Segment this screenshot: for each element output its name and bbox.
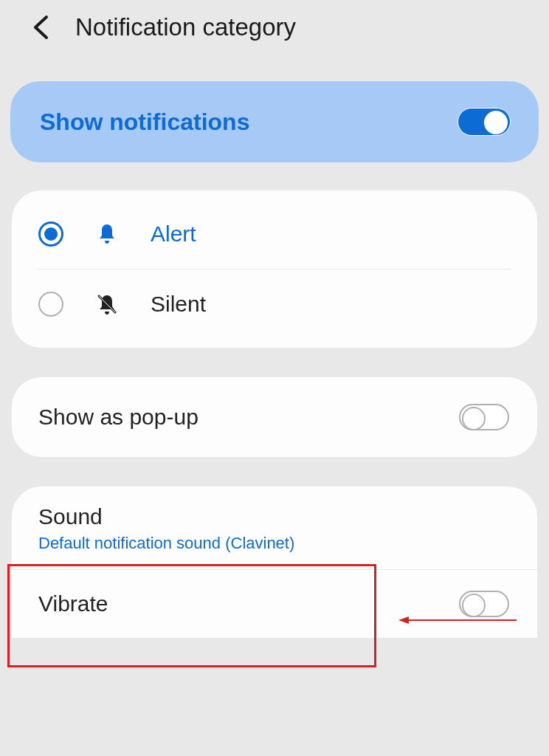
alert-mode-row[interactable]: Alert <box>12 199 537 269</box>
radio-unselected-icon <box>38 292 63 317</box>
silent-label: Silent <box>151 292 206 317</box>
silent-mode-row[interactable]: Silent <box>38 269 511 339</box>
popup-toggle[interactable] <box>459 404 509 430</box>
show-notifications-card: Show notifications <box>10 81 539 162</box>
show-notifications-toggle[interactable] <box>458 108 511 136</box>
popup-label: Show as pop-up <box>38 405 198 430</box>
alert-mode-card: Alert Silent <box>12 190 537 348</box>
bell-icon <box>96 223 118 245</box>
back-icon[interactable] <box>32 15 49 40</box>
sound-row[interactable]: Sound Default notification sound (Clavin… <box>12 487 537 570</box>
radio-selected-icon <box>38 221 63 247</box>
alert-label: Alert <box>151 221 196 247</box>
popup-card[interactable]: Show as pop-up <box>12 377 537 457</box>
sound-label: Sound <box>38 504 511 529</box>
vibrate-label: Vibrate <box>38 591 108 616</box>
page-header: Notification category <box>0 0 549 59</box>
sound-value: Default notification sound (Clavinet) <box>38 534 511 553</box>
show-notifications-label: Show notifications <box>40 109 249 136</box>
page-title: Notification category <box>75 13 296 41</box>
sound-section-card: Sound Default notification sound (Clavin… <box>12 487 537 638</box>
vibrate-toggle[interactable] <box>459 591 509 617</box>
bell-off-icon <box>96 293 118 315</box>
vibrate-row[interactable]: Vibrate <box>12 570 537 638</box>
